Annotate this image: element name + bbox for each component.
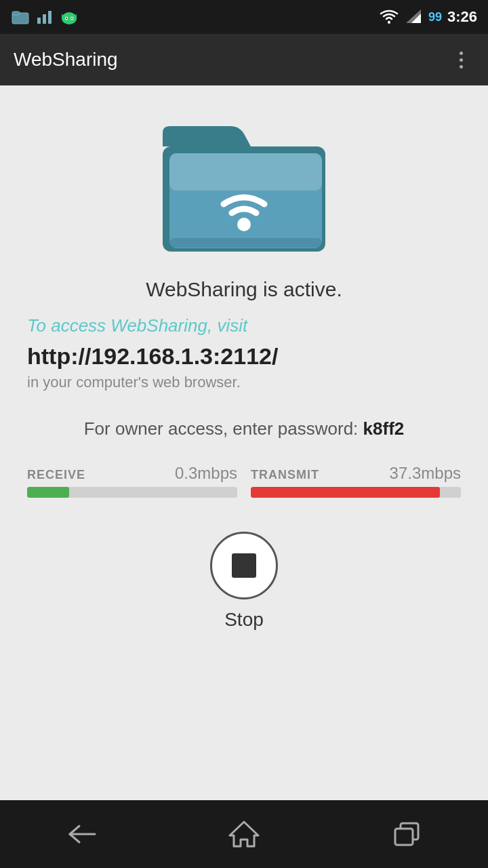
- browser-instruction-text: in your computer's web browser.: [27, 374, 241, 391]
- menu-dot-2: [460, 58, 463, 62]
- svg-rect-23: [395, 829, 413, 845]
- battery-percentage: 99: [428, 10, 442, 24]
- server-url[interactable]: http://192.168.1.3:2112/: [27, 343, 278, 370]
- receive-label-row: RECEIVE 0.3mbps: [27, 464, 237, 483]
- svg-rect-1: [12, 12, 20, 15]
- nav-bar: [0, 800, 488, 868]
- status-bar-left: [11, 7, 79, 26]
- transmit-label: TRANSMIT: [251, 468, 319, 482]
- notification-icon-2: [35, 7, 54, 26]
- app-icon: [156, 113, 332, 264]
- transmit-bar-fill: [251, 487, 440, 498]
- password-line: For owner access, enter password: k8ff2: [84, 418, 405, 439]
- main-content: WebSharing is active. To access WebShari…: [0, 85, 488, 800]
- active-status-text: WebSharing is active.: [146, 278, 342, 301]
- menu-dot-1: [460, 52, 463, 55]
- svg-point-18: [237, 218, 251, 231]
- svg-point-10: [66, 18, 67, 19]
- signal-icon: [404, 7, 423, 26]
- receive-label: RECEIVE: [27, 468, 85, 482]
- receive-section: RECEIVE 0.3mbps: [27, 464, 237, 498]
- back-button[interactable]: [61, 814, 102, 854]
- svg-rect-4: [48, 11, 52, 24]
- transmit-section: TRANSMIT 37.3mbps: [251, 464, 461, 498]
- app-bar: WebSharing: [0, 34, 488, 85]
- network-stats: RECEIVE 0.3mbps TRANSMIT 37.3mbps: [27, 464, 461, 498]
- password-prompt: For owner access, enter password:: [84, 418, 359, 439]
- overflow-menu-button[interactable]: [447, 46, 474, 73]
- app-title: WebSharing: [14, 49, 118, 71]
- stop-button[interactable]: [210, 532, 278, 599]
- svg-rect-3: [43, 14, 46, 24]
- wifi-icon: [380, 7, 399, 26]
- notification-icon-1: [11, 7, 30, 26]
- transmit-bar-background: [251, 487, 461, 498]
- status-bar: 99 3:26: [0, 0, 488, 34]
- stop-label: Stop: [224, 609, 264, 631]
- stop-button-container: Stop: [210, 532, 278, 631]
- status-bar-right: 99 3:26: [380, 7, 477, 26]
- access-instruction-text: To access WebSharing, visit: [27, 315, 247, 338]
- transmit-label-row: TRANSMIT 37.3mbps: [251, 464, 461, 483]
- svg-marker-21: [230, 822, 258, 846]
- receive-bar-background: [27, 487, 237, 498]
- status-time: 3:26: [447, 8, 477, 26]
- menu-dot-3: [460, 65, 463, 68]
- stats-row: RECEIVE 0.3mbps TRANSMIT 37.3mbps: [27, 464, 461, 498]
- home-button[interactable]: [224, 814, 264, 854]
- stop-icon: [232, 553, 256, 578]
- svg-rect-19: [169, 238, 322, 248]
- receive-value: 0.3mbps: [175, 464, 237, 483]
- recent-apps-button[interactable]: [386, 814, 427, 854]
- svg-point-11: [71, 18, 73, 19]
- svg-rect-17: [169, 153, 322, 191]
- password-value: k8ff2: [363, 418, 405, 439]
- receive-bar-fill: [27, 487, 69, 498]
- svg-point-12: [388, 21, 390, 24]
- svg-rect-2: [37, 18, 41, 24]
- transmit-value: 37.3mbps: [390, 464, 461, 483]
- notification-icon-3: [60, 7, 79, 26]
